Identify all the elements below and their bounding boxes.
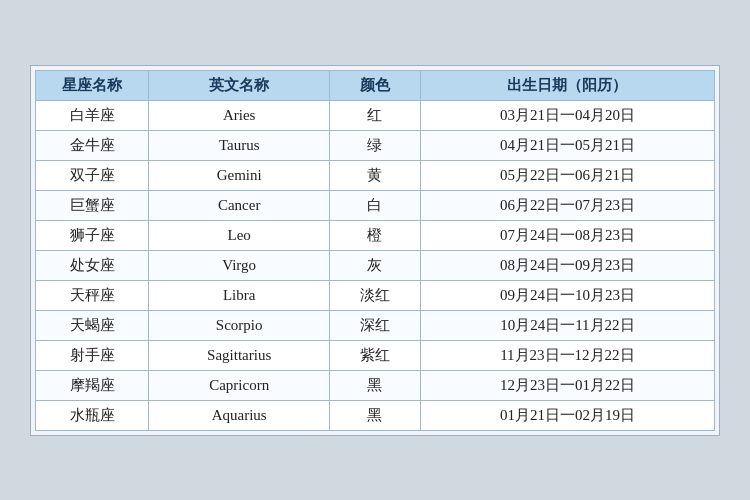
cell-zh: 摩羯座 [36,370,149,400]
table-body: 白羊座Aries红03月21日一04月20日金牛座Taurus绿04月21日一0… [36,100,715,430]
header-date: 出生日期（阳历） [420,70,714,100]
table-row: 天蝎座Scorpio深红10月24日一11月22日 [36,310,715,340]
table-row: 水瓶座Aquarius黑01月21日一02月19日 [36,400,715,430]
cell-en: Scorpio [149,310,330,340]
cell-en: Capricorn [149,370,330,400]
table-row: 狮子座Leo橙07月24日一08月23日 [36,220,715,250]
cell-color: 绿 [330,130,421,160]
zodiac-table: 星座名称 英文名称 颜色 出生日期（阳历） 白羊座Aries红03月21日一04… [35,70,715,431]
cell-date: 11月23日一12月22日 [420,340,714,370]
cell-date: 09月24日一10月23日 [420,280,714,310]
header-zh: 星座名称 [36,70,149,100]
cell-zh: 处女座 [36,250,149,280]
cell-zh: 狮子座 [36,220,149,250]
cell-zh: 双子座 [36,160,149,190]
cell-date: 06月22日一07月23日 [420,190,714,220]
cell-color: 深红 [330,310,421,340]
table-row: 射手座Sagittarius紫红11月23日一12月22日 [36,340,715,370]
header-color: 颜色 [330,70,421,100]
cell-date: 04月21日一05月21日 [420,130,714,160]
table-row: 处女座Virgo灰08月24日一09月23日 [36,250,715,280]
table-row: 摩羯座Capricorn黑12月23日一01月22日 [36,370,715,400]
cell-date: 03月21日一04月20日 [420,100,714,130]
table-header-row: 星座名称 英文名称 颜色 出生日期（阳历） [36,70,715,100]
cell-color: 红 [330,100,421,130]
table-row: 巨蟹座Cancer白06月22日一07月23日 [36,190,715,220]
cell-date: 10月24日一11月22日 [420,310,714,340]
cell-zh: 射手座 [36,340,149,370]
header-en: 英文名称 [149,70,330,100]
table-row: 金牛座Taurus绿04月21日一05月21日 [36,130,715,160]
cell-date: 08月24日一09月23日 [420,250,714,280]
cell-date: 01月21日一02月19日 [420,400,714,430]
cell-en: Aquarius [149,400,330,430]
cell-zh: 水瓶座 [36,400,149,430]
cell-en: Taurus [149,130,330,160]
table-row: 双子座Gemini黄05月22日一06月21日 [36,160,715,190]
cell-en: Leo [149,220,330,250]
cell-en: Sagittarius [149,340,330,370]
cell-zh: 巨蟹座 [36,190,149,220]
cell-en: Cancer [149,190,330,220]
table-row: 天秤座Libra淡红09月24日一10月23日 [36,280,715,310]
cell-color: 黄 [330,160,421,190]
cell-color: 橙 [330,220,421,250]
cell-zh: 天秤座 [36,280,149,310]
cell-color: 灰 [330,250,421,280]
cell-color: 紫红 [330,340,421,370]
cell-color: 白 [330,190,421,220]
cell-color: 黑 [330,400,421,430]
cell-zh: 金牛座 [36,130,149,160]
cell-en: Virgo [149,250,330,280]
cell-color: 淡红 [330,280,421,310]
cell-date: 05月22日一06月21日 [420,160,714,190]
zodiac-table-container: 星座名称 英文名称 颜色 出生日期（阳历） 白羊座Aries红03月21日一04… [30,65,720,436]
cell-zh: 白羊座 [36,100,149,130]
cell-en: Libra [149,280,330,310]
cell-en: Aries [149,100,330,130]
cell-zh: 天蝎座 [36,310,149,340]
cell-en: Gemini [149,160,330,190]
table-row: 白羊座Aries红03月21日一04月20日 [36,100,715,130]
cell-date: 07月24日一08月23日 [420,220,714,250]
cell-date: 12月23日一01月22日 [420,370,714,400]
cell-color: 黑 [330,370,421,400]
